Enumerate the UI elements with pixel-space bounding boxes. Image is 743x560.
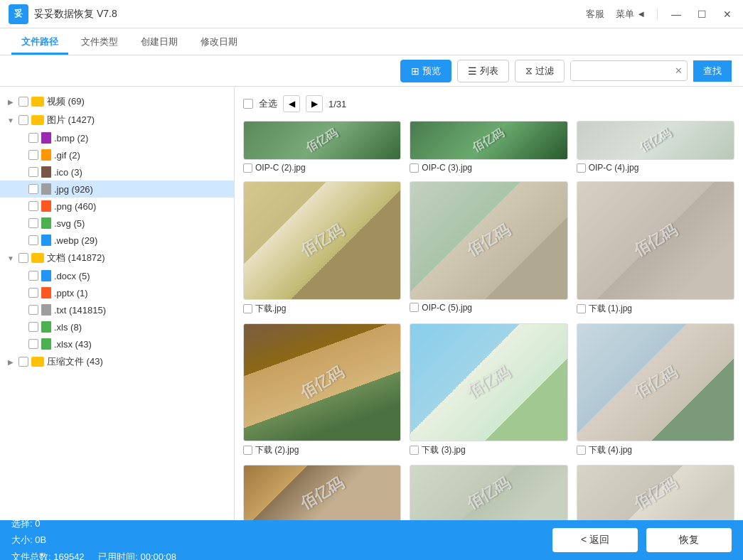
- sidebar-item-docx[interactable]: .docx (5): [0, 267, 234, 284]
- image-grid: 佰亿码 OIP-C (2).jpg 佰亿码 OIP-C (3).jpg: [243, 121, 734, 520]
- image-thumb-8[interactable]: 佰亿码: [410, 323, 567, 442]
- img-checkbox-8[interactable]: [410, 446, 419, 455]
- sidebar-item-archive[interactable]: ▶ 压缩文件 (43): [0, 352, 234, 371]
- img-checkbox-top1[interactable]: [243, 163, 252, 173]
- watermark-9: 佰亿码: [630, 362, 681, 404]
- label-svg: .svg (5): [54, 218, 228, 229]
- search-btn[interactable]: 查找: [693, 60, 732, 82]
- image-thumb-top3[interactable]: 佰亿码: [577, 121, 734, 160]
- tab-createdate[interactable]: 创建日期: [131, 31, 188, 55]
- image-thumb-top2[interactable]: 佰亿码: [410, 121, 567, 160]
- img-checkbox-7[interactable]: [243, 446, 252, 455]
- checkbox-pptx[interactable]: [28, 288, 38, 298]
- menu-btn[interactable]: 菜单 ◄: [616, 8, 646, 21]
- image-thumb-5[interactable]: 佰亿码: [410, 181, 567, 300]
- file-icon-gif: [41, 149, 51, 161]
- sidebar-item-ico[interactable]: .ico (3): [0, 163, 234, 181]
- sidebar-item-bmp[interactable]: .bmp (2): [0, 129, 234, 146]
- sidebar-item-txt[interactable]: .txt (141815): [0, 301, 234, 318]
- search-clear-btn[interactable]: ✕: [670, 61, 687, 80]
- checkbox-jpg[interactable]: [28, 184, 38, 194]
- image-cell-10: 佰亿码: [243, 465, 401, 520]
- expand-arrow-docs: ▼: [6, 254, 16, 262]
- sidebar-item-png[interactable]: .png (460): [0, 198, 234, 215]
- restore-btn[interactable]: 恢复: [646, 528, 732, 552]
- tab-modifydate[interactable]: 修改日期: [191, 31, 247, 55]
- image-thumb-11[interactable]: 佰亿码: [410, 465, 567, 520]
- sidebar-item-jpg[interactable]: .jpg (926): [0, 181, 234, 198]
- img-checkbox-top3[interactable]: [577, 163, 586, 173]
- checkbox-bmp[interactable]: [28, 133, 38, 143]
- file-icon-png: [41, 200, 51, 212]
- image-thumb-7[interactable]: 佰亿码: [243, 323, 401, 442]
- label-xls: .xls (8): [54, 322, 228, 333]
- prev-page-btn[interactable]: ◀: [283, 95, 300, 112]
- sidebar-item-images[interactable]: ▼ 图片 (1427): [0, 111, 234, 129]
- title-bar: 妥 妥妥数据恢复 V7.8 客服 菜单 ◄ — ☐ ✕: [0, 0, 743, 28]
- expand-arrow-images: ▼: [6, 117, 16, 124]
- select-all-checkbox[interactable]: [243, 99, 253, 109]
- image-thumb-9[interactable]: 佰亿码: [577, 323, 734, 442]
- back-btn[interactable]: < 返回: [552, 528, 638, 552]
- filter-btn[interactable]: ⧖ 过滤: [515, 60, 565, 82]
- img-checkbox-5[interactable]: [410, 303, 419, 312]
- image-label-top2: OIP-C (3).jpg: [410, 163, 567, 173]
- customer-service-btn[interactable]: 客服: [586, 8, 604, 21]
- watermark-6: 佰亿码: [630, 220, 681, 262]
- checkbox-ico[interactable]: [28, 167, 38, 177]
- image-cell-5: 佰亿码 OIP-C (5).jpg: [410, 181, 567, 315]
- sidebar: ▶ 视频 (69) ▼ 图片 (1427) .bmp (2) .gif (2): [0, 87, 235, 520]
- image-thumb-4[interactable]: 佰亿码: [243, 181, 401, 300]
- checkbox-docx[interactable]: [28, 271, 38, 281]
- image-thumb-12[interactable]: 佰亿码: [577, 465, 734, 520]
- watermark-7: 佰亿码: [296, 362, 348, 404]
- sidebar-item-gif[interactable]: .gif (2): [0, 146, 234, 163]
- checkbox-xls[interactable]: [28, 322, 38, 332]
- file-icon-docx: [41, 270, 51, 281]
- img-checkbox-9[interactable]: [577, 446, 586, 455]
- img-checkbox-4[interactable]: [243, 304, 252, 313]
- image-thumb-top1[interactable]: 佰亿码: [243, 121, 401, 160]
- folder-icon-archive: [31, 357, 44, 367]
- sidebar-item-xlsx[interactable]: .xlsx (43): [0, 335, 234, 352]
- image-thumb-10[interactable]: 佰亿码: [243, 465, 401, 520]
- image-label-9: 下载 (4).jpg: [577, 444, 734, 456]
- close-button[interactable]: ✕: [720, 7, 734, 21]
- checkbox-svg[interactable]: [28, 218, 38, 228]
- checkbox-webp[interactable]: [28, 235, 38, 245]
- app-title: 妥妥数据恢复 V7.8: [34, 8, 586, 21]
- grid-icon: ⊞: [411, 65, 419, 77]
- img-checkbox-top2[interactable]: [410, 163, 419, 173]
- minimize-button[interactable]: —: [669, 7, 683, 21]
- tab-filepath[interactable]: 文件路径: [11, 31, 68, 55]
- maximize-button[interactable]: ☐: [695, 7, 709, 21]
- tab-bar: 文件路径 文件类型 创建日期 修改日期: [0, 28, 743, 55]
- sidebar-item-video[interactable]: ▶ 视频 (69): [0, 92, 234, 111]
- sidebar-item-docs[interactable]: ▼ 文档 (141872): [0, 249, 234, 267]
- checkbox-png[interactable]: [28, 201, 38, 211]
- checkbox-docs[interactable]: [18, 253, 28, 263]
- folder-icon-video: [31, 97, 44, 107]
- image-label-7: 下载 (2).jpg: [243, 444, 401, 456]
- tab-filetype[interactable]: 文件类型: [71, 31, 128, 55]
- sidebar-item-pptx[interactable]: .pptx (1): [0, 284, 234, 301]
- list-view-btn[interactable]: ☰ 列表: [457, 60, 509, 82]
- image-label-6: 下载 (1).jpg: [577, 303, 734, 315]
- checkbox-txt[interactable]: [28, 305, 38, 315]
- sidebar-item-svg[interactable]: .svg (5): [0, 215, 234, 232]
- image-cell-top3: 佰亿码 OIP-C (4).jpg: [577, 121, 734, 173]
- checkbox-xlsx[interactable]: [28, 339, 38, 349]
- image-thumb-6[interactable]: 佰亿码: [577, 181, 734, 300]
- select-all-label: 全选: [259, 97, 277, 110]
- preview-view-btn[interactable]: ⊞ 预览: [400, 60, 451, 82]
- sidebar-item-webp[interactable]: .webp (29): [0, 232, 234, 249]
- img-checkbox-6[interactable]: [577, 304, 586, 313]
- checkbox-images[interactable]: [18, 115, 28, 125]
- next-page-btn[interactable]: ▶: [306, 95, 323, 112]
- search-input[interactable]: [571, 61, 670, 80]
- image-label-5: OIP-C (5).jpg: [410, 303, 567, 313]
- checkbox-archive[interactable]: [18, 357, 28, 367]
- checkbox-gif[interactable]: [28, 150, 38, 160]
- sidebar-item-xls[interactable]: .xls (8): [0, 318, 234, 335]
- checkbox-video[interactable]: [18, 97, 28, 107]
